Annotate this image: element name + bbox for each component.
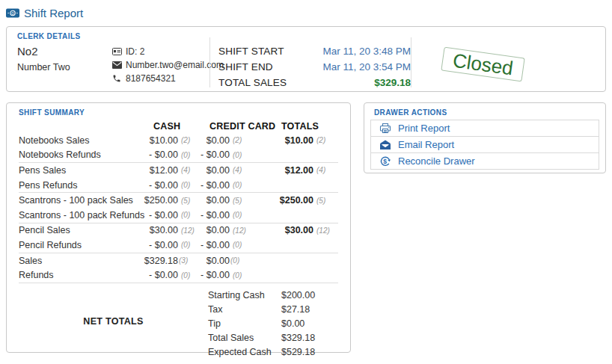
total-amount: $250.00	[249, 195, 313, 206]
column-header-cash: CASH	[153, 121, 180, 132]
cash-amount: - $0.00	[143, 270, 178, 280]
total-count: (2)	[313, 136, 338, 144]
drawer-actions-panel: DRAWER ACTIONS Print Report	[364, 102, 606, 173]
shift-start-row: SHIFT START Mar 11, 20 3:48 PM	[218, 45, 411, 58]
total-count: (5)	[313, 197, 338, 205]
clerk-contact: ID: 2 Number.two@email.com 8187654321	[111, 43, 209, 89]
drawer-actions-list: Print Report Email Report $	[370, 120, 599, 170]
clerk-full-name: Number Two	[17, 62, 111, 73]
credit-card-amount: - $0.00	[198, 149, 230, 160]
shift-start-label: SHIFT START	[218, 46, 284, 57]
cash-count: (3)	[178, 256, 198, 265]
cash-count: (4)	[178, 166, 198, 174]
page-title: Shift Report	[24, 7, 83, 19]
id-card-icon	[111, 48, 122, 55]
credit-card-count: (0)	[230, 256, 249, 265]
clerk-id-row: ID: 2	[111, 45, 209, 58]
table-row: Notebooks Sales $10.00 (2) $0.00 (2) $10…	[19, 133, 338, 148]
row-label: Notebooks Refunds	[19, 149, 143, 160]
total-count: (4)	[313, 166, 338, 174]
clerk-phone: 8187654321	[126, 73, 176, 84]
cash-count: (0)	[178, 211, 198, 219]
summary-table-body: Notebooks Sales $10.00 (2) $0.00 (2) $10…	[19, 133, 338, 283]
row-label: Refunds	[19, 270, 143, 280]
net-total-row: Starting Cash $200.00	[208, 288, 338, 302]
cash-amount: - $0.00	[143, 210, 178, 220]
table-row: Pencil Refunds - $0.00 (0) - $0.00 (0)	[19, 238, 338, 253]
total-sales-row: TOTAL SALES $329.18	[218, 76, 411, 89]
credit-card-amount: $0.00	[198, 195, 230, 206]
net-row-value: $529.18	[281, 347, 315, 357]
credit-card-count: (5)	[230, 197, 249, 205]
row-label: Pencil Refunds	[19, 240, 143, 250]
credit-card-amount: - $0.00	[198, 240, 230, 250]
column-header-credit-card: CREDIT CARD	[209, 121, 275, 132]
net-total-row: Expected Cash $529.18	[208, 345, 338, 360]
net-row-value: $0.00	[281, 318, 305, 329]
clerk-name: No2	[17, 45, 111, 58]
cash-count: (2)	[178, 136, 198, 144]
net-totals-list: Starting Cash $200.00 Tax $27.18 Tip $0.…	[208, 286, 338, 357]
cash-count: (0)	[178, 181, 198, 189]
total-sales-label: TOTAL SALES	[218, 77, 287, 88]
shift-times: SHIFT START Mar 11, 20 3:48 PM SHIFT END…	[210, 43, 411, 89]
row-label: Sales	[19, 256, 143, 266]
main-content: SHIFT SUMMARY CASH CREDIT CARD TOTALS No…	[6, 102, 606, 353]
cash-count: (0)	[178, 151, 198, 159]
net-totals-left: NET TOTALS	[19, 286, 208, 357]
shift-end-value: Mar 11, 20 3:54 PM	[322, 61, 411, 73]
reconcile-drawer-label: Reconcile Drawer	[398, 155, 475, 167]
shift-start-value: Mar 11, 20 3:48 PM	[322, 46, 411, 57]
credit-card-amount: - $0.00	[198, 270, 230, 280]
table-row: Scantrons - 100 pack Sales $250.00 (5) $…	[19, 192, 338, 208]
cash-amount: $250.00	[143, 195, 178, 206]
page-header: 0 Shift Report	[0, 0, 612, 24]
net-totals-section: NET TOTALS Starting Cash $200.00 Tax $27…	[19, 283, 338, 357]
table-row: Scantrons - 100 pack Refunds - $0.00 (0)…	[19, 208, 338, 223]
net-row-label: Expected Cash	[208, 347, 281, 357]
total-count: (12)	[313, 226, 338, 235]
credit-card-amount: $0.00	[198, 256, 230, 266]
shift-summary-title: SHIFT SUMMARY	[19, 109, 338, 117]
net-row-value: $200.00	[281, 290, 315, 300]
print-report-label: Print Report	[398, 123, 450, 134]
reconcile-drawer-icon: $	[379, 155, 391, 167]
table-row: Refunds - $0.00 (0) - $0.00 (0)	[19, 268, 338, 283]
credit-card-count: (2)	[230, 136, 249, 144]
email-icon	[379, 139, 391, 151]
credit-card-amount: $0.00	[198, 165, 230, 176]
cash-count: (5)	[178, 197, 198, 205]
row-label: Scantrons - 100 pack Refunds	[19, 210, 143, 220]
cash-amount: $10.00	[143, 135, 178, 146]
reconcile-drawer-action[interactable]: $ Reconcile Drawer	[370, 152, 599, 170]
row-label: Scantrons - 100 pack Sales	[19, 195, 143, 206]
net-row-label: Starting Cash	[208, 290, 281, 300]
money-bill-icon: 0	[6, 8, 19, 18]
net-total-row: Tax $27.18	[208, 302, 338, 316]
cash-amount: $329.18	[143, 256, 178, 266]
row-label: Pens Refunds	[19, 180, 143, 191]
clerk-details-title: CLERK DETAILS	[17, 33, 595, 40]
cash-amount: - $0.00	[143, 180, 178, 191]
net-row-label: Tip	[208, 318, 281, 329]
print-report-action[interactable]: Print Report	[370, 120, 599, 137]
total-amount: $10.00	[249, 135, 313, 146]
column-header-totals: TOTALS	[281, 121, 319, 132]
cash-amount: - $0.00	[143, 149, 178, 160]
email-report-action[interactable]: Email Report	[370, 136, 599, 153]
envelope-icon	[111, 61, 122, 69]
shift-end-label: SHIFT END	[218, 61, 273, 73]
total-amount: $30.00	[249, 225, 313, 235]
cash-count: (0)	[178, 241, 198, 249]
net-row-label: Total Sales	[208, 333, 281, 343]
total-sales-value: $329.18	[374, 77, 411, 88]
status-stamp: Closed	[441, 46, 524, 81]
summary-table-header: CASH CREDIT CARD TOTALS	[19, 121, 338, 133]
row-label: Pens Sales	[19, 165, 143, 176]
shift-end-row: SHIFT END Mar 11, 20 3:54 PM	[218, 61, 411, 73]
credit-card-amount: $0.00	[198, 225, 230, 235]
email-report-label: Email Report	[398, 139, 454, 150]
drawer-actions-title: DRAWER ACTIONS	[374, 109, 599, 117]
table-row: Sales $329.18 (3) $0.00 (0)	[19, 253, 338, 268]
clerk-phone-row: 8187654321	[111, 72, 209, 85]
